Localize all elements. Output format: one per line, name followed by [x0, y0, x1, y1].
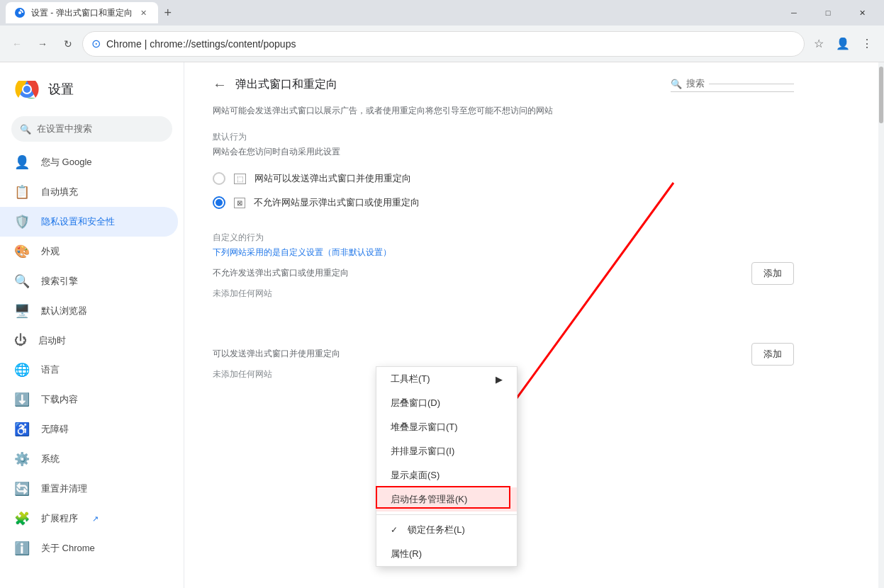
page-search-label: 搜索	[686, 77, 705, 90]
url-security-icon: ⊙	[91, 37, 101, 50]
url-text: Chrome | chrome://settings/content/popup…	[106, 38, 296, 50]
main-layout: 设置 🔍 在设置中搜索 👤 您与 Google 📋 自动填充 🛡️ 隐私设置和安…	[0, 62, 884, 588]
window-controls: ─ □ ✕	[778, 3, 878, 23]
page-search-icon: 🔍	[671, 79, 682, 89]
startup-icon: ⏻	[14, 333, 27, 348]
svg-point-1	[18, 11, 21, 14]
google-icon: 👤	[14, 154, 30, 170]
add-allow-button[interactable]: 添加	[751, 343, 794, 366]
ctx-check-icon: ✓	[391, 525, 402, 535]
settings-menu-button[interactable]: ⋮	[856, 33, 878, 55]
sidebar-item-language[interactable]: 🌐 语言	[0, 355, 184, 385]
toolbar-right: ☆ 👤 ⋮	[807, 33, 878, 55]
page-back-button[interactable]: ←	[213, 77, 227, 93]
sidebar-item-browser[interactable]: 🖥️ 默认浏览器	[0, 296, 184, 326]
sidebar-item-google[interactable]: 👤 您与 Google	[0, 147, 184, 177]
ctx-label-cascade: 层叠窗口(D)	[391, 397, 440, 409]
minimize-button[interactable]: ─	[778, 3, 810, 23]
ctx-item-cascade[interactable]: 层叠窗口(D)	[376, 391, 517, 415]
sidebar-label-appearance: 外观	[41, 245, 60, 258]
active-tab[interactable]: 设置 - 弹出式窗口和重定向 ✕	[6, 2, 158, 23]
search-placeholder: 在设置中搜索	[37, 123, 92, 135]
sidebar-item-privacy[interactable]: 🛡️ 隐私设置和安全性	[0, 207, 178, 237]
sidebar-title: 设置	[48, 81, 74, 98]
tab-title: 设置 - 弹出式窗口和重定向	[31, 7, 133, 19]
sidebar-label-startup: 启动时	[38, 334, 66, 347]
sidebar-item-access[interactable]: ♿ 无障碍	[0, 414, 184, 444]
page-search[interactable]: 🔍 搜索	[671, 77, 794, 92]
ctx-item-lock[interactable]: ✓ 锁定任务栏(L)	[376, 518, 517, 542]
ctx-item-side[interactable]: 并排显示窗口(I)	[376, 439, 517, 463]
ctx-separator	[376, 514, 517, 515]
chrome-logo	[14, 77, 40, 102]
ctx-label-properties: 属性(R)	[391, 548, 422, 560]
external-link-icon: ↗	[92, 514, 99, 524]
sidebar-item-search[interactable]: 🔍 搜索引擎	[0, 266, 184, 296]
sidebar-item-appearance[interactable]: 🎨 外观	[0, 237, 184, 266]
custom-sub: 下列网站采用的是自定义设置（而非默认设置）	[213, 247, 794, 259]
sidebar-label-reset: 重置并清理	[41, 482, 87, 495]
ctx-label-stack: 堆叠显示窗口(T)	[391, 421, 458, 434]
block-icon: ⊠	[234, 198, 245, 208]
empty-block-text: 未添加任何网站	[213, 282, 794, 305]
scrollbar-track	[878, 62, 884, 588]
option-block[interactable]: ⊠ 不允许网站显示弹出式窗口或使用重定向	[213, 191, 794, 215]
ctx-label-toolbar: 工具栏(T)	[391, 373, 430, 385]
sidebar-item-download[interactable]: ⬇️ 下载内容	[0, 385, 184, 414]
system-icon: ⚙️	[14, 451, 30, 467]
autofill-icon: 📋	[14, 184, 30, 200]
url-bar[interactable]: ⊙ Chrome | chrome://settings/content/pop…	[82, 31, 805, 57]
svg-point-5	[23, 86, 30, 93]
radio-block[interactable]	[213, 196, 225, 209]
page-title: 弹出式窗口和重定向	[235, 77, 337, 92]
sidebar-label-download: 下载内容	[41, 393, 78, 406]
refresh-button[interactable]: ↻	[57, 33, 79, 55]
maximize-button[interactable]: □	[812, 3, 844, 23]
close-button[interactable]: ✕	[846, 3, 878, 23]
ctx-item-properties[interactable]: 属性(R)	[376, 542, 517, 566]
sidebar-item-reset[interactable]: 🔄 重置并清理	[0, 474, 184, 504]
sidebar-item-startup[interactable]: ⏻ 启动时	[0, 326, 184, 355]
sidebar-label-search: 搜索引擎	[41, 275, 78, 288]
tab-close-button[interactable]: ✕	[138, 7, 150, 18]
radio-allow[interactable]	[213, 172, 225, 185]
block-label: 不允许发送弹出式窗口或使用重定向	[213, 267, 794, 279]
access-icon: ♿	[14, 422, 30, 437]
sidebar-label-autofill: 自动填充	[41, 186, 78, 198]
default-behavior-sub: 网站会在您访问时自动采用此设置	[213, 146, 794, 158]
default-behavior-title: 默认行为	[213, 131, 794, 143]
titlebar: 设置 - 弹出式窗口和重定向 ✕ + ─ □ ✕	[0, 0, 884, 26]
page-description: 网站可能会发送弹出式窗口以展示广告，或者使用重定向将您引导至您可能不想访问的网站	[213, 104, 794, 117]
scrollbar-thumb[interactable]	[879, 67, 883, 123]
option-allow-label: 网站可以发送弹出式窗口并使用重定向	[254, 172, 411, 185]
option-allow[interactable]: ⬚ 网站可以发送弹出式窗口并使用重定向	[213, 166, 794, 191]
ctx-label-lock: 锁定任务栏(L)	[408, 524, 465, 536]
back-button[interactable]: ←	[6, 33, 28, 55]
ctx-item-desktop[interactable]: 显示桌面(S)	[376, 463, 517, 487]
block-section: 不允许发送弹出式窗口或使用重定向 添加 未添加任何网站	[213, 267, 794, 305]
sidebar-search[interactable]: 🔍 在设置中搜索	[11, 116, 172, 142]
ctx-submenu-arrow: ▶	[496, 374, 503, 385]
ctx-item-taskmanager[interactable]: 启动任务管理器(K)	[376, 487, 517, 511]
sidebar-label-language: 语言	[41, 363, 60, 376]
bookmark-button[interactable]: ☆	[807, 33, 830, 55]
sidebar-label-about: 关于 Chrome	[41, 542, 95, 555]
sidebar-item-system[interactable]: ⚙️ 系统	[0, 444, 184, 474]
add-block-button[interactable]: 添加	[751, 262, 794, 285]
custom-title: 自定义的行为	[213, 232, 794, 244]
sidebar-item-extensions[interactable]: 🧩 扩展程序 ↗	[0, 504, 184, 533]
sidebar-label-browser: 默认浏览器	[41, 305, 87, 317]
profile-button[interactable]: 👤	[832, 33, 854, 55]
ctx-item-toolbar[interactable]: 工具栏(T) ▶	[376, 367, 517, 391]
sidebar-item-about[interactable]: ℹ️ 关于 Chrome	[0, 533, 184, 563]
about-icon: ℹ️	[14, 541, 30, 556]
forward-button[interactable]: →	[31, 33, 54, 55]
extensions-icon: 🧩	[14, 511, 30, 526]
content-inner: ← 弹出式窗口和重定向 🔍 搜索 网站可能会发送弹出式窗口以展示广告，或者使用重…	[184, 62, 822, 400]
ctx-label-desktop: 显示桌面(S)	[391, 469, 440, 482]
sidebar-label-extensions: 扩展程序	[41, 512, 78, 525]
ctx-item-stack[interactable]: 堆叠显示窗口(T)	[376, 415, 517, 439]
new-tab-button[interactable]: +	[158, 3, 178, 23]
radio-group: ⬚ 网站可以发送弹出式窗口并使用重定向 ⊠ 不允许网站显示弹出式窗口或使用重定向	[213, 166, 794, 215]
sidebar-item-autofill[interactable]: 📋 自动填充	[0, 177, 184, 207]
